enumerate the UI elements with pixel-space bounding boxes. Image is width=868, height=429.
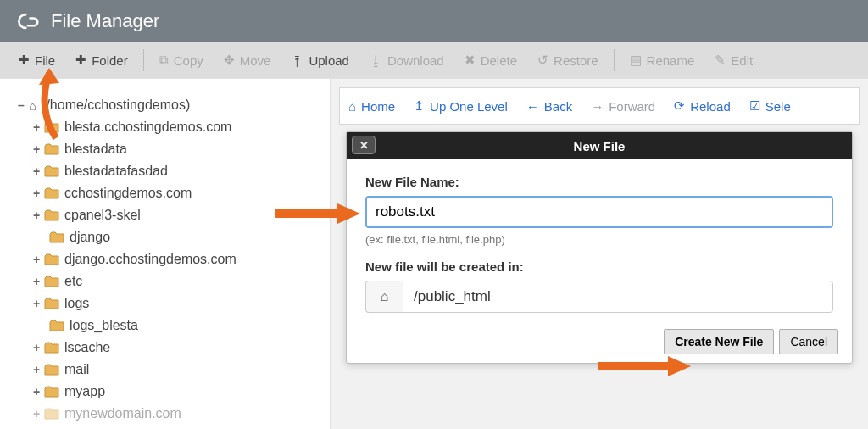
expand-icon[interactable]: + (31, 385, 42, 398)
filename-hint: (ex: file.txt, file.html, file.php) (365, 233, 833, 246)
nav-back-button[interactable]: ←Back (526, 99, 572, 114)
upload-button[interactable]: ⭱Upload (281, 50, 359, 71)
folder-icon (44, 298, 59, 309)
nav-select-all-button[interactable]: ☑Sele (749, 98, 791, 114)
copy-icon: ⧉ (159, 53, 169, 68)
filename-input[interactable] (365, 196, 833, 228)
rename-icon: ▤ (630, 53, 642, 68)
expand-icon[interactable]: + (31, 164, 42, 178)
toolbar-separator (143, 49, 144, 71)
rename-button[interactable]: ▤Rename (620, 49, 705, 71)
app-header: File Manager (0, 0, 868, 42)
expand-icon[interactable]: + (31, 253, 42, 266)
delete-button[interactable]: ✖Delete (454, 49, 527, 71)
folder-icon (44, 364, 59, 376)
new-file-dialog: ✕ New File New File Name: (ex: file.txt,… (346, 131, 853, 364)
edit-icon: ✎ (715, 53, 726, 68)
close-icon: ✕ (359, 139, 369, 152)
right-arrow-icon: → (591, 99, 604, 114)
download-button[interactable]: ⭳Download (359, 50, 454, 71)
edit-button[interactable]: ✎Edit (704, 49, 763, 71)
home-icon: ⌂ (381, 289, 389, 304)
expand-icon[interactable]: + (31, 187, 42, 200)
tree-item[interactable]: +django.cchostingdemos.com (15, 248, 330, 270)
folder-icon (44, 386, 59, 398)
nav-forward-button[interactable]: →Forward (591, 99, 655, 114)
up-arrow-icon: ↥ (414, 98, 425, 114)
folder-icon (44, 342, 59, 354)
tree-item[interactable]: logs_blesta (15, 315, 330, 337)
nav-home-button[interactable]: ⌂Home (348, 99, 395, 114)
left-arrow-icon: ← (526, 99, 539, 114)
folder-icon (44, 276, 59, 287)
home-icon: ⌂ (348, 99, 356, 114)
restore-icon: ↺ (537, 53, 548, 68)
tree-item[interactable]: +mynewdomain.com (15, 403, 330, 425)
folder-icon (44, 187, 59, 199)
folder-icon (44, 254, 59, 265)
annotation-arrow (271, 197, 364, 234)
tree-item[interactable]: +logs (15, 292, 330, 315)
expand-icon[interactable]: + (31, 407, 42, 421)
dialog-close-button[interactable]: ✕ (352, 136, 376, 154)
expand-icon[interactable]: + (31, 275, 42, 288)
upload-icon: ⭱ (291, 53, 303, 68)
filename-label: New File Name: (365, 175, 833, 189)
cpanel-logo-icon (15, 9, 39, 33)
move-button[interactable]: ✥Move (214, 49, 281, 71)
main-toolbar: ✚File ✚Folder ⧉Copy ✥Move ⭱Upload ⭳Downl… (0, 42, 868, 78)
nav-reload-button[interactable]: ⟳Reload (674, 98, 731, 114)
folder-icon (44, 165, 59, 177)
annotation-arrow (593, 351, 695, 385)
toolbar-separator (614, 49, 615, 71)
delete-icon: ✖ (465, 53, 476, 68)
tree-item[interactable]: +myapp (15, 381, 330, 403)
copy-button[interactable]: ⧉Copy (149, 49, 214, 71)
restore-button[interactable]: ↺Restore (527, 49, 609, 71)
tree-item[interactable]: +lscache (15, 337, 330, 359)
path-home-button[interactable]: ⌂ (365, 281, 403, 313)
tree-item[interactable]: +etc (15, 270, 330, 292)
path-label: New file will be created in: (365, 259, 833, 274)
move-icon: ✥ (224, 53, 235, 68)
svg-marker-2 (337, 203, 360, 224)
reload-icon: ⟳ (674, 98, 685, 114)
collapse-icon[interactable]: – (15, 98, 27, 112)
folder-icon (49, 231, 64, 243)
folder-icon (44, 408, 59, 420)
plus-icon: ✚ (19, 53, 30, 68)
svg-marker-0 (39, 68, 59, 85)
dialog-title: New File (574, 139, 626, 153)
download-icon: ⭳ (370, 53, 382, 68)
svg-marker-4 (668, 356, 691, 376)
app-title: File Manager (51, 10, 159, 32)
folder-icon (49, 320, 64, 332)
tree-item[interactable]: +blestadatafasdad (15, 160, 330, 182)
expand-icon[interactable]: + (31, 209, 42, 222)
cancel-button[interactable]: Cancel (779, 329, 838, 354)
expand-icon[interactable]: + (31, 341, 42, 354)
nav-bar: ⌂Home ↥Up One Level ←Back →Forward ⟳Relo… (339, 87, 860, 125)
path-field[interactable]: /public_html (403, 281, 833, 313)
expand-icon[interactable]: + (31, 297, 42, 310)
dialog-title-bar: ✕ New File (347, 132, 852, 159)
tree-item[interactable]: +mail (15, 359, 330, 381)
check-icon: ☑ (749, 98, 760, 114)
nav-up-button[interactable]: ↥Up One Level (414, 98, 508, 114)
expand-icon[interactable]: + (31, 363, 42, 376)
annotation-arrow (31, 66, 81, 146)
folder-icon (44, 209, 59, 221)
